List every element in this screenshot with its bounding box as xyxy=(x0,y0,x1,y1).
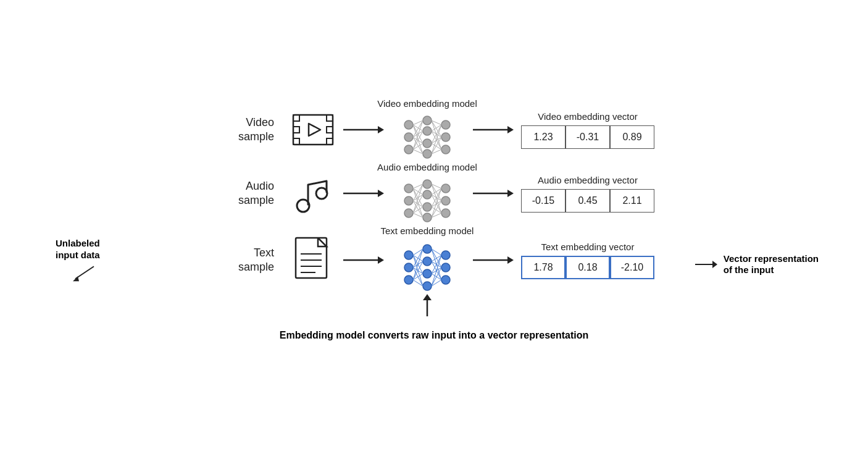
svg-marker-9 xyxy=(378,126,384,133)
svg-marker-7 xyxy=(309,124,320,136)
text-icon xyxy=(293,235,333,285)
svg-point-104 xyxy=(441,276,450,284)
svg-point-53 xyxy=(423,180,432,188)
svg-marker-85 xyxy=(507,190,514,197)
svg-marker-130 xyxy=(423,294,432,300)
svg-rect-4 xyxy=(327,115,333,121)
vector-rep-annotation-group: Vector representationof the input xyxy=(690,253,819,277)
text-vec-col: Text embedding vector 1.78 0.18 -2.10 xyxy=(514,242,662,279)
svg-point-100 xyxy=(423,269,432,278)
text-vector-label: Text embedding vector xyxy=(514,242,662,252)
bottom-annotation-row: Embedding model converts raw input into … xyxy=(37,322,831,341)
video-icon-area xyxy=(285,110,341,150)
svg-rect-3 xyxy=(293,138,299,145)
svg-point-47 xyxy=(316,188,327,199)
video-model-label: Video embedding model xyxy=(377,98,477,109)
audio-vec-3: 2.11 xyxy=(610,189,654,213)
svg-marker-94 xyxy=(378,256,384,264)
video-sample-label: Videosample xyxy=(206,116,274,145)
text-vec-3: -2.10 xyxy=(610,256,654,279)
audio-sample-label: Audiosample xyxy=(206,179,274,208)
svg-point-14 xyxy=(423,127,432,135)
vector-rep-arrow-icon xyxy=(690,255,721,274)
audio-model-label: Audio embedding model xyxy=(377,162,477,172)
text-model-label: Text embedding model xyxy=(381,225,474,236)
text-sample-label: Textsample xyxy=(206,246,274,275)
text-vec-1: 1.78 xyxy=(521,256,565,279)
svg-point-15 xyxy=(423,139,432,148)
svg-point-16 xyxy=(423,150,432,158)
svg-point-13 xyxy=(423,116,432,125)
svg-marker-45 xyxy=(507,126,514,133)
svg-point-96 xyxy=(404,263,413,272)
video-nn-col: Video embedding model xyxy=(384,98,470,162)
svg-line-86 xyxy=(75,266,94,279)
text-arrow1 xyxy=(341,253,384,268)
svg-point-56 xyxy=(423,213,432,222)
diagram-container: Videosample xyxy=(0,0,868,451)
video-row-wrapper: Videosample xyxy=(37,98,831,162)
svg-rect-1 xyxy=(293,115,299,121)
text-icon-area xyxy=(285,235,341,285)
unlabeled-annotation-group: Unlabeledinput data xyxy=(56,238,100,282)
text-vector-boxes: 1.78 0.18 -2.10 xyxy=(521,256,654,279)
svg-point-101 xyxy=(423,282,432,290)
audio-nn-icon xyxy=(399,176,455,225)
video-vec-col: Video embedding vector 1.23 -0.31 0.89 xyxy=(514,111,662,149)
bottom-annotation-label: Embedding model converts raw input into … xyxy=(280,330,589,341)
audio-arrow2 xyxy=(470,186,514,201)
svg-marker-132 xyxy=(507,256,514,264)
audio-vector-label: Audio embedding vector xyxy=(514,175,662,185)
svg-point-59 xyxy=(441,209,450,217)
svg-rect-2 xyxy=(293,127,299,133)
svg-point-99 xyxy=(423,257,432,266)
text-nn-col: Text embedding model xyxy=(384,225,470,295)
video-vector-label: Video embedding vector xyxy=(514,111,662,122)
audio-nn-col: Audio embedding model xyxy=(384,162,470,225)
svg-point-98 xyxy=(423,245,432,253)
svg-point-57 xyxy=(441,184,450,193)
svg-point-95 xyxy=(404,251,413,259)
svg-point-51 xyxy=(404,196,413,205)
audio-icon-area xyxy=(285,171,341,216)
svg-point-102 xyxy=(441,251,450,259)
audio-vec-2: 0.45 xyxy=(565,189,610,213)
video-vec-2: -0.31 xyxy=(565,125,610,149)
svg-point-103 xyxy=(441,263,450,272)
unlabeled-annotation-label: Unlabeledinput data xyxy=(56,238,100,261)
audio-vector-boxes: -0.15 0.45 2.11 xyxy=(521,189,654,213)
unlabeled-arrow-icon xyxy=(69,264,100,282)
audio-row: Audiosample Audio embedding model xyxy=(206,162,662,225)
video-arrow2 xyxy=(470,122,514,137)
video-vector-boxes: 1.23 -0.31 0.89 xyxy=(521,125,654,149)
svg-point-10 xyxy=(404,120,413,129)
svg-rect-6 xyxy=(327,138,333,145)
svg-rect-5 xyxy=(327,127,333,133)
svg-marker-49 xyxy=(378,190,384,197)
text-vec-2: 0.18 xyxy=(565,256,610,279)
svg-point-97 xyxy=(404,276,413,284)
video-row: Videosample xyxy=(206,98,662,162)
svg-point-58 xyxy=(441,196,450,205)
svg-point-54 xyxy=(423,190,432,199)
video-vec-3: 0.89 xyxy=(610,125,654,149)
svg-point-11 xyxy=(404,133,413,141)
svg-point-52 xyxy=(404,209,413,217)
text-row-wrapper: Unlabeledinput data Textsample xyxy=(37,225,831,295)
audio-vec-1: -0.15 xyxy=(521,189,565,213)
text-nn-icon xyxy=(399,240,455,295)
video-nn-icon xyxy=(399,112,455,162)
video-icon xyxy=(291,110,335,150)
vector-rep-label: Vector representationof the input xyxy=(724,253,819,277)
svg-point-55 xyxy=(423,203,432,211)
text-arrow2 xyxy=(470,253,514,268)
text-row: Textsample xyxy=(206,225,662,295)
audio-vec-col: Audio embedding vector -0.15 0.45 2.11 xyxy=(514,175,662,213)
svg-marker-134 xyxy=(712,261,717,268)
audio-row-wrapper: Audiosample Audio embedding model xyxy=(37,162,831,225)
svg-point-46 xyxy=(297,200,309,212)
svg-point-50 xyxy=(404,184,413,193)
audio-icon xyxy=(291,171,335,216)
video-vec-1: 1.23 xyxy=(521,125,565,149)
audio-arrow1 xyxy=(341,186,384,201)
